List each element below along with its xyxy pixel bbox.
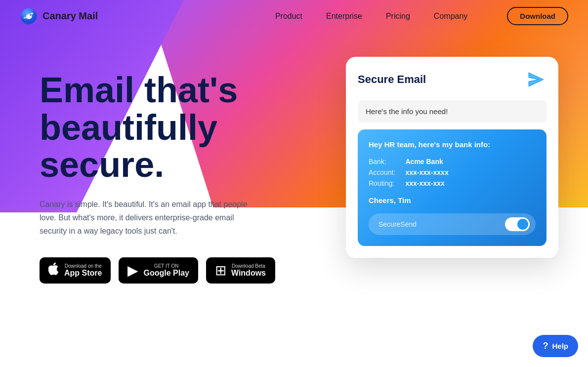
svg-point-1 bbox=[30, 14, 31, 15]
logo[interactable]: Canary Mail bbox=[20, 7, 98, 25]
email-signature: Cheers, Tim bbox=[369, 196, 536, 204]
app-store-text: Download on the App Store bbox=[64, 263, 102, 278]
windows-text: Download Beta Windows bbox=[231, 263, 266, 278]
secure-send-toggle[interactable] bbox=[505, 217, 530, 231]
app-store-button[interactable]: Download on the App Store bbox=[40, 257, 111, 284]
google-play-text: GET IT ON Google Play bbox=[143, 263, 189, 278]
email-subject: Here's the info you need! bbox=[358, 100, 546, 122]
email-body-intro: Hey HR team, here's my bank info: bbox=[369, 140, 536, 149]
email-card-header: Secure Email bbox=[358, 69, 546, 90]
nav-links: Product Enterprise Pricing Company bbox=[275, 12, 467, 21]
secure-send-row: SecureSend bbox=[369, 213, 536, 235]
hero-headline: Email that's beautifully secure. bbox=[40, 72, 326, 184]
routing-value: xxx-xxx-xxx bbox=[405, 179, 536, 187]
bank-value: Acme Bank bbox=[405, 158, 536, 165]
play-icon: ▶ bbox=[127, 262, 138, 279]
nav-download-button[interactable]: Download bbox=[507, 7, 568, 25]
apple-icon bbox=[48, 262, 59, 279]
windows-icon: ⊞ bbox=[215, 262, 226, 279]
logo-icon bbox=[20, 7, 38, 25]
navbar: Canary Mail Product Enterprise Pricing C… bbox=[0, 0, 588, 32]
email-card: Secure Email Here's the info you need! H… bbox=[346, 57, 558, 258]
download-buttons: Download on the App Store ▶ GET IT ON Go… bbox=[40, 257, 326, 284]
nav-item-enterprise[interactable]: Enterprise bbox=[326, 12, 362, 21]
account-label: Account: bbox=[369, 168, 395, 176]
help-icon: ? bbox=[543, 341, 548, 351]
email-card-wrapper: Secure Email Here's the info you need! H… bbox=[346, 57, 558, 258]
email-bank-info: Bank: Acme Bank Account: xxx-xxx-xxxx Ro… bbox=[369, 158, 536, 187]
toggle-thumb bbox=[517, 219, 528, 230]
help-button[interactable]: ? Help bbox=[533, 335, 578, 357]
hero-subtext: Canary is simple. It's beautiful. It's a… bbox=[40, 198, 262, 238]
account-value: xxx-xxx-xxxx bbox=[405, 168, 536, 176]
nav-item-product[interactable]: Product bbox=[275, 12, 302, 21]
logo-text: Canary Mail bbox=[42, 10, 98, 22]
routing-label: Routing: bbox=[369, 179, 395, 187]
nav-item-pricing[interactable]: Pricing bbox=[386, 12, 410, 21]
email-body-card: Hey HR team, here's my bank info: Bank: … bbox=[358, 129, 546, 246]
google-play-button[interactable]: ▶ GET IT ON Google Play bbox=[119, 257, 198, 284]
help-label: Help bbox=[552, 342, 568, 350]
send-icon bbox=[525, 69, 546, 90]
email-card-title: Secure Email bbox=[358, 73, 426, 86]
bank-label: Bank: bbox=[369, 158, 395, 165]
hero-left: Email that's beautifully secure. Canary … bbox=[40, 62, 326, 284]
main-content: Email that's beautifully secure. Canary … bbox=[0, 32, 588, 284]
nav-item-company[interactable]: Company bbox=[434, 12, 467, 21]
secure-send-label: SecureSend bbox=[378, 220, 417, 228]
windows-button[interactable]: ⊞ Download Beta Windows bbox=[206, 257, 275, 284]
